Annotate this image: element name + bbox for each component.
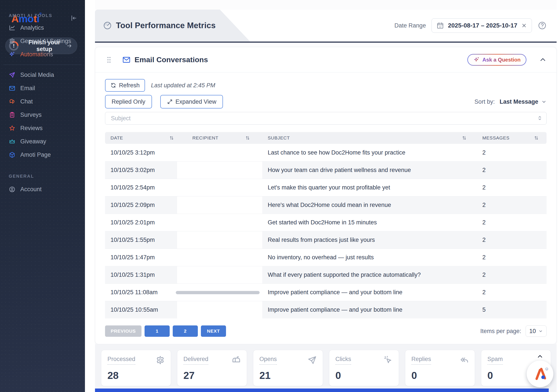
- sort-by-control[interactable]: Sort by: Last Message: [475, 99, 547, 105]
- stat-value: 27: [183, 370, 241, 381]
- date-range-control: Date Range 12 2025-08-17 – 2025-10-17: [394, 9, 547, 41]
- stat-label: Clicks: [335, 356, 351, 365]
- paper-plane-icon: [9, 72, 16, 78]
- sort-icon[interactable]: [169, 136, 174, 140]
- svg-text:R: R: [546, 368, 547, 370]
- cell-messages: 2: [478, 284, 547, 301]
- bottom-accent-bar: [95, 389, 549, 392]
- ask-a-question-button[interactable]: Ask a Question: [467, 54, 526, 66]
- cell-date: 10/10/25 3:12pm: [105, 144, 177, 161]
- table-row[interactable]: 10/10/25 2:54pmLet's make this quarter y…: [105, 179, 547, 196]
- sidebar-item-amoti-page[interactable]: Amoti Page: [0, 148, 85, 162]
- select-arrows-icon[interactable]: [537, 115, 543, 121]
- star-icon: [9, 125, 16, 132]
- date-range-label: Date Range: [394, 22, 426, 29]
- date-range-picker[interactable]: 12 2025-08-17 – 2025-10-17: [431, 18, 532, 33]
- reply-icon: [459, 355, 469, 365]
- refresh-label: Refresh: [119, 82, 140, 89]
- cell-subject: Get started with Doc2Home in 15 minutes: [262, 214, 478, 231]
- column-header-recipient[interactable]: RECIPIENT: [177, 135, 262, 141]
- stat-card-replies: Replies0: [405, 350, 475, 386]
- horizontal-scrollbar-thumb[interactable]: [176, 291, 260, 294]
- paper-plane-icon: [307, 355, 317, 365]
- sidebar-item-email[interactable]: Email: [0, 82, 85, 95]
- table-row[interactable]: 10/10/25 2:01pmGet started with Doc2Home…: [105, 214, 547, 231]
- stat-label: Spam: [487, 356, 503, 365]
- page-button-1[interactable]: 1: [145, 325, 170, 337]
- previous-page-button[interactable]: PREVIOUS: [105, 325, 141, 337]
- cell-date: 10/10/25 1:47pm: [105, 249, 177, 266]
- ask-a-question-label: Ask a Question: [482, 57, 521, 63]
- sidebar-item-label: Social Media: [20, 72, 54, 78]
- sidebar-nav: AnalyticsGeneral AI SettingsAutomationsS…: [0, 21, 85, 162]
- drag-handle-icon[interactable]: [105, 56, 113, 64]
- cell-recipient: [177, 162, 262, 179]
- cell-subject: How your team can drive patient wellness…: [262, 162, 478, 179]
- sidebar-item-giveaway[interactable]: Giveaway: [0, 135, 85, 148]
- expanded-view-label: Expanded View: [176, 99, 216, 105]
- column-header-messages[interactable]: MESSAGES: [478, 135, 547, 141]
- replied-only-button[interactable]: Replied Only: [105, 95, 152, 109]
- sidebar-item-chat[interactable]: Chat: [0, 95, 85, 108]
- cell-subject: Improve patient compliance — and your bo…: [262, 284, 478, 301]
- clear-date-icon[interactable]: [521, 23, 527, 28]
- sparkle-icon: [473, 56, 480, 63]
- items-per-page-select[interactable]: 10: [526, 325, 547, 337]
- column-header-subject[interactable]: SUBJECT: [262, 135, 478, 141]
- sidebar-item-label: Giveaway: [20, 138, 46, 145]
- sidebar-item-label: Surveys: [20, 111, 42, 118]
- sidebar-item-reviews[interactable]: Reviews: [0, 122, 85, 135]
- expand-icon: [167, 99, 173, 105]
- column-header-date[interactable]: DATE: [105, 135, 177, 141]
- refresh-button[interactable]: Refresh: [105, 79, 145, 92]
- collapse-panel-icon[interactable]: [539, 56, 547, 64]
- sidebar-item-surveys[interactable]: Surveys: [0, 108, 85, 122]
- mailbox-icon: [232, 355, 241, 365]
- cell-recipient: [177, 301, 262, 319]
- stat-card-delivered: Delivered27: [177, 350, 247, 386]
- sort-icon[interactable]: [245, 136, 250, 140]
- cube-icon: [9, 152, 16, 158]
- stat-card-clicks: Clicks0: [329, 350, 399, 386]
- stat-value: 21: [259, 370, 317, 381]
- cell-messages: 2: [478, 249, 547, 266]
- page-buttons: PREVIOUS 12 NEXT: [105, 325, 226, 337]
- cell-subject: Let's make this quarter your most profit…: [262, 179, 478, 196]
- sidebar-item-automations[interactable]: Automations: [0, 48, 85, 61]
- table-row[interactable]: 10/10/25 1:55pmReal results from practic…: [105, 231, 547, 249]
- table-row[interactable]: 10/10/25 3:12pmLast chance to see how Do…: [105, 144, 547, 161]
- page-button-2[interactable]: 2: [173, 325, 198, 337]
- sidebar-item-analytics[interactable]: Analytics: [0, 21, 85, 35]
- chat-widget-button[interactable]: R: [527, 361, 553, 387]
- sidebar-item-account[interactable]: Account: [0, 183, 85, 196]
- subject-filter: [105, 112, 547, 125]
- table-row[interactable]: 10/10/25 1:47pmNo inventory, no overhead…: [105, 249, 547, 266]
- help-icon[interactable]: [538, 21, 547, 30]
- table-row[interactable]: 10/10/25 11:08amImprove patient complian…: [105, 283, 547, 301]
- stat-card-processed: Processed28: [101, 350, 171, 386]
- sidebar-item-label: Analytics: [20, 24, 44, 31]
- table-row[interactable]: 10/10/25 10:55amImprove patient complian…: [105, 301, 547, 319]
- table-row[interactable]: 10/10/25 3:02pmHow your team can drive p…: [105, 161, 547, 179]
- amoti-logo-icon: R: [532, 365, 548, 382]
- chat-widget-circle: R: [527, 361, 553, 387]
- sort-icon[interactable]: [462, 136, 467, 140]
- sparkle-icon: [9, 51, 16, 58]
- next-page-button[interactable]: NEXT: [201, 325, 226, 337]
- subject-input[interactable]: [105, 112, 547, 125]
- page-title-tab: Tool Performance Metrics: [95, 9, 250, 41]
- cell-recipient: [177, 231, 262, 249]
- sidebar-item-general-ai-settings[interactable]: General AI Settings: [0, 35, 85, 48]
- last-updated-text: Last updated at 2:45 PM: [151, 82, 215, 89]
- table-row[interactable]: 10/10/25 2:09pmHere's what Doc2Home coul…: [105, 196, 547, 214]
- sort-icon[interactable]: [534, 136, 539, 140]
- expanded-view-button[interactable]: Expanded View: [160, 95, 223, 109]
- column-label: MESSAGES: [482, 135, 509, 141]
- email-conversations-panel: Email Conversations Ask a Question: [95, 47, 557, 344]
- sidebar-item-label: Account: [20, 186, 42, 193]
- cell-messages: 2: [478, 196, 547, 214]
- cell-subject: Here's what Doc2Home could mean in reven…: [262, 196, 478, 214]
- table-row[interactable]: 10/10/25 1:31pmWhat if every patient sup…: [105, 266, 547, 283]
- metrics-summary: Processed28Delivered27Opens21Clicks0Repl…: [95, 344, 557, 392]
- sidebar-item-social-media[interactable]: Social Media: [0, 68, 85, 82]
